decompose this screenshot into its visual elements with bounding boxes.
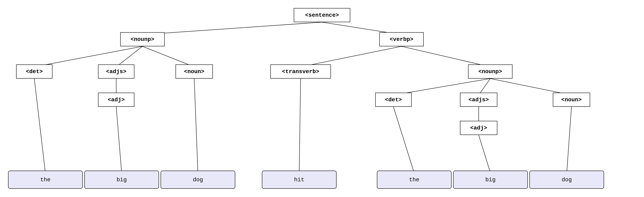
node-det1: <det>: [16, 64, 52, 79]
svg-line-6: [402, 46, 490, 67]
svg-line-2: [34, 46, 142, 67]
node-sentence: <sentence>: [294, 8, 350, 22]
node-leaf_big2: big: [453, 171, 528, 189]
node-noun1: <noun>: [176, 64, 213, 79]
svg-line-0: [142, 22, 322, 35]
svg-line-13: [116, 107, 122, 173]
node-det2: <det>: [375, 93, 412, 107]
node-leaf_the1: the: [8, 171, 83, 189]
node-adj2: <adj>: [460, 121, 497, 135]
svg-line-14: [194, 79, 198, 173]
node-transverb: <transverb>: [270, 64, 331, 79]
connector-layer: [0, 0, 644, 197]
node-adjs1: <adjs>: [98, 64, 134, 79]
svg-line-15: [299, 79, 300, 173]
node-nounp1: <nounp>: [120, 32, 165, 46]
svg-line-16: [394, 107, 414, 173]
svg-line-5: [300, 46, 402, 67]
node-noun2: <noun>: [553, 93, 590, 107]
svg-line-12: [34, 79, 46, 173]
node-leaf_dog1: dog: [160, 171, 235, 189]
svg-line-4: [142, 46, 194, 67]
node-adj1: <adj>: [98, 93, 134, 107]
node-leaf_dog2: dog: [530, 171, 604, 189]
node-verbp: <verbp>: [379, 32, 424, 46]
node-leaf_big1: big: [84, 171, 159, 189]
node-leaf_hit: hit: [262, 171, 336, 189]
tree-diagram: <sentence><nounp><verbp><det><adjs><noun…: [0, 0, 644, 197]
node-adjs2: <adjs>: [460, 93, 497, 107]
node-leaf_the2: the: [377, 171, 452, 189]
svg-line-3: [116, 46, 142, 67]
node-nounp2: <nounp>: [468, 64, 512, 79]
svg-line-17: [479, 135, 491, 173]
svg-line-18: [567, 107, 572, 173]
